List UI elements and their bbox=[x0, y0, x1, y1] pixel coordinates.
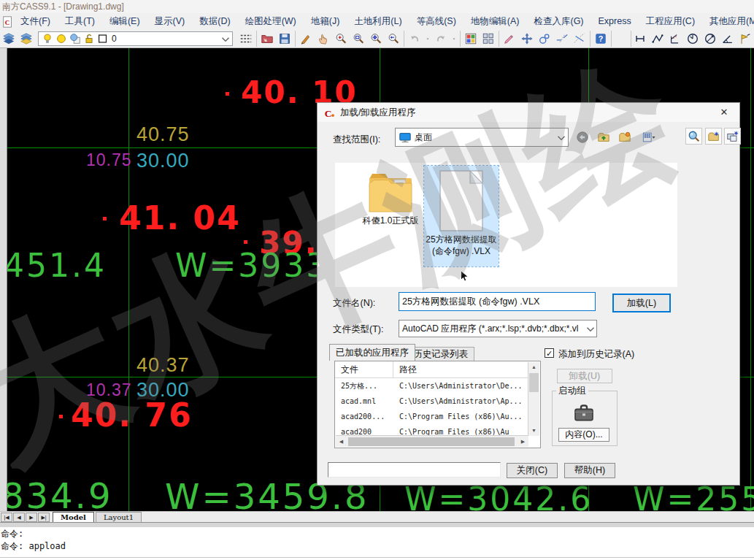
help-icon[interactable]: ? bbox=[592, 31, 609, 47]
folder-item[interactable]: 科傻1.0正式版 bbox=[353, 169, 428, 226]
window-titlebar: 南方CASS9.1 - [Drawing1.dwg] bbox=[0, 0, 754, 13]
measure-poly-icon[interactable] bbox=[649, 31, 666, 47]
menu-item-2[interactable]: 编辑(E) bbox=[102, 13, 147, 29]
chevron-down-icon[interactable] bbox=[555, 131, 566, 143]
measure-angle-icon[interactable] bbox=[719, 31, 736, 47]
layer-viewport-icon[interactable] bbox=[68, 31, 82, 45]
linetype-icon[interactable] bbox=[237, 31, 255, 47]
vlx-file-item-selected[interactable]: 25方格网数据提取 (命令fgw) .VLX bbox=[424, 166, 499, 266]
folder-open-icon[interactable] bbox=[258, 31, 276, 47]
unload-button[interactable]: 卸载(U) bbox=[557, 369, 612, 383]
dropdown-caret-icon[interactable] bbox=[423, 31, 432, 47]
menu-item-7[interactable]: 土地利用(L) bbox=[347, 13, 409, 29]
col-header-path[interactable]: 路径 bbox=[393, 361, 417, 377]
menu-item-12[interactable]: 工程应用(C) bbox=[639, 13, 702, 29]
scroll-down-icon[interactable]: ▼ bbox=[528, 426, 539, 436]
command-line-panel[interactable]: 命令: 命令: appload bbox=[0, 527, 754, 560]
tab-nav-first-button[interactable]: |◀ bbox=[1, 513, 12, 522]
menu-item-11[interactable]: Express bbox=[591, 13, 639, 29]
layer-control-combobox[interactable]: 0 bbox=[38, 31, 233, 46]
menu-item-6[interactable]: 地籍(J) bbox=[304, 13, 347, 29]
tab-layout1[interactable]: Layout1 bbox=[96, 512, 142, 523]
vertical-scrollbar[interactable]: ▲ ▼ bbox=[528, 362, 539, 436]
look-in-combobox[interactable]: 桌面 bbox=[395, 128, 569, 147]
menu-item-8[interactable]: 等高线(S) bbox=[409, 13, 463, 29]
table-row[interactable]: acad200C:\Program Files (x86)\Au bbox=[335, 424, 528, 436]
save-icon[interactable] bbox=[276, 31, 293, 47]
break-line-icon[interactable] bbox=[553, 31, 571, 47]
loaded-apps-table[interactable]: 文件 路径 25方格...C:\Users\Administrator\De..… bbox=[334, 361, 541, 448]
menu-item-0[interactable]: 文件(F) bbox=[13, 13, 58, 29]
zoom-extents-icon[interactable] bbox=[367, 31, 385, 47]
chevron-down-icon[interactable] bbox=[219, 33, 231, 45]
layer-lock-icon[interactable] bbox=[82, 31, 96, 45]
table-row[interactable]: acad.mnlC:\Users\Administrator\Ap... bbox=[335, 394, 528, 409]
tab-loaded-applications[interactable]: 已加载的应用程序 bbox=[329, 344, 415, 361]
new-folder-icon[interactable] bbox=[617, 129, 633, 145]
scroll-right-icon[interactable]: ▶ bbox=[518, 436, 528, 447]
measure-distance-icon[interactable] bbox=[631, 31, 649, 47]
layer-on-bulb-icon[interactable] bbox=[40, 31, 54, 45]
menu-item-9[interactable]: 地物编辑(A) bbox=[463, 13, 527, 29]
hscroll-thumb[interactable] bbox=[348, 437, 515, 446]
layers-gold-icon[interactable] bbox=[18, 31, 35, 47]
close-button[interactable]: 关闭(C) bbox=[507, 463, 558, 478]
zoom-dynamic-icon[interactable] bbox=[332, 31, 350, 47]
table-row[interactable]: 25方格...C:\Users\Administrator\De... bbox=[335, 378, 528, 394]
measure-flag-icon[interactable] bbox=[736, 31, 754, 47]
add-history-checkbox[interactable]: ✓ bbox=[545, 348, 554, 358]
move-cross-icon[interactable] bbox=[518, 31, 536, 47]
menu-item-5[interactable]: 绘图处理(W) bbox=[238, 13, 304, 29]
pen-icon[interactable] bbox=[297, 31, 315, 47]
search-icon[interactable] bbox=[685, 128, 702, 145]
col-header-file[interactable]: 文件 bbox=[335, 361, 393, 377]
table-row[interactable]: acad200...C:\Program Files (x86)\Au... bbox=[335, 409, 528, 424]
erase-pencil-icon[interactable] bbox=[501, 31, 518, 47]
trim-line-icon[interactable] bbox=[571, 31, 588, 47]
measure-clock-b-icon[interactable] bbox=[701, 31, 719, 47]
tab-model[interactable]: Model bbox=[53, 512, 94, 523]
table-header[interactable]: 文件 路径 bbox=[335, 361, 528, 378]
views-menu-icon[interactable] bbox=[638, 129, 660, 145]
menu-item-4[interactable]: 数据(D) bbox=[192, 13, 237, 29]
file-browser-panel[interactable]: 科傻1.0正式版 25方格网数据提取 (命令fgw) .VLX bbox=[335, 163, 677, 287]
zoom-prev-icon[interactable] bbox=[385, 31, 402, 47]
contents-button[interactable]: 内容(O)... bbox=[558, 428, 609, 442]
tab-nav-prev-button[interactable]: ◀ bbox=[13, 513, 25, 522]
measure-clock-a-icon[interactable] bbox=[684, 31, 701, 47]
file-name-input[interactable] bbox=[399, 292, 596, 311]
command-splitter[interactable] bbox=[0, 522, 754, 527]
rotate-copy-icon[interactable] bbox=[536, 31, 553, 47]
load-button[interactable]: 加载(L) bbox=[612, 294, 671, 312]
horizontal-scrollbar[interactable]: ◀ ▶ bbox=[336, 435, 528, 447]
pan-hand-icon[interactable] bbox=[315, 31, 332, 47]
file-type-select[interactable]: AutoCAD 应用程序 (*.arx;*.lsp;*.dvb;*.dbx;*.… bbox=[399, 320, 597, 337]
tab-history-list[interactable]: 历史记录列表 bbox=[407, 347, 474, 361]
zoom-window-icon[interactable] bbox=[350, 31, 367, 47]
grid-blocks-icon[interactable] bbox=[480, 31, 497, 47]
scroll-up-icon[interactable]: ▲ bbox=[528, 362, 539, 372]
help-button[interactable]: 帮助(H) bbox=[564, 463, 615, 478]
close-icon[interactable]: ✕ bbox=[715, 105, 734, 120]
vscroll-thumb[interactable] bbox=[529, 373, 539, 392]
layer-color-swatch-icon[interactable] bbox=[96, 31, 109, 45]
dropdown-caret-icon[interactable] bbox=[450, 31, 458, 47]
dialog-titlebar[interactable]: C 加载/卸载应用程序 bbox=[318, 103, 739, 122]
measure-coord-icon[interactable] bbox=[666, 31, 684, 47]
layer-freeze-icon[interactable] bbox=[54, 31, 68, 45]
tab-nav-next-button[interactable]: ▶ bbox=[26, 513, 37, 522]
scroll-left-icon[interactable]: ◀ bbox=[336, 436, 347, 447]
menu-item-3[interactable]: 显示(V) bbox=[147, 13, 193, 29]
menu-item-1[interactable]: 工具(T) bbox=[58, 13, 102, 29]
palette-table-icon[interactable] bbox=[462, 31, 480, 47]
favorite-window-icon[interactable] bbox=[724, 128, 741, 145]
back-icon[interactable] bbox=[574, 129, 590, 145]
layers-blue-icon[interactable] bbox=[0, 31, 18, 47]
undo-icon[interactable] bbox=[406, 31, 423, 47]
menu-item-10[interactable]: 检查入库(G) bbox=[526, 13, 590, 29]
redo-icon[interactable] bbox=[432, 31, 450, 47]
up-one-level-icon[interactable] bbox=[596, 129, 612, 145]
favorite-folder-icon[interactable] bbox=[705, 128, 722, 145]
menu-item-13[interactable]: 其他应用(M) bbox=[702, 13, 754, 29]
tab-nav-last-button[interactable]: ▶| bbox=[38, 513, 50, 522]
